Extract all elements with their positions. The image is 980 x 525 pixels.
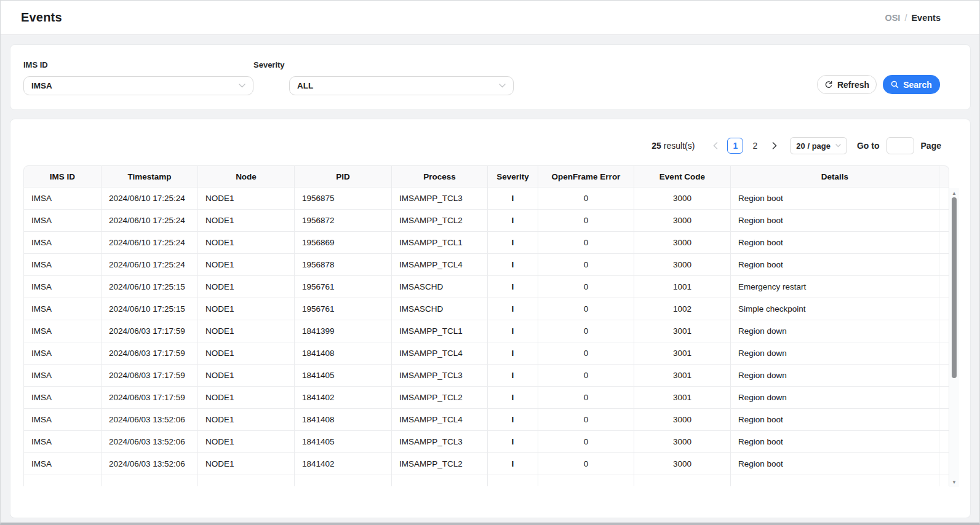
table-cell: IMSA (23, 254, 102, 276)
severity-field: Severity ALL (253, 60, 514, 95)
table-header-cell: IMS ID (23, 165, 102, 188)
table-cell: 1841405 (295, 431, 392, 453)
table-cell: IMSA (23, 232, 102, 254)
table-cell: 1841408 (295, 342, 392, 365)
table-header-cell: Severity (488, 165, 538, 188)
table-cell: 2024/06/03 17:17:59 (102, 365, 198, 387)
table-spacer-cell (939, 453, 949, 475)
table-cell: IMSAMPP_TCL3 (392, 365, 488, 387)
table-row: IMSA 2024/06/10 17:25:15 NODE1 1956761 I… (23, 298, 949, 320)
severity-select[interactable]: ALL (289, 76, 514, 95)
search-button-label: Search (903, 80, 932, 90)
events-table: IMS ID Timestamp Node PID Process Severi… (23, 165, 959, 486)
table-cell: 2024/06/03 17:17:59 (102, 320, 198, 342)
next-page-button[interactable] (767, 138, 783, 154)
table-cell: Region boot (731, 188, 939, 210)
table-cell: IMSASCHD (392, 298, 488, 320)
table-row: IMSA 2024/06/03 17:17:59 NODE1 1841405 I… (23, 365, 949, 387)
table-cell: Region down (731, 365, 939, 387)
table-header-cell: PID (295, 165, 392, 188)
table-header-cell: Node (198, 165, 295, 188)
table-spacer-cell (939, 320, 949, 342)
table-cell: 0 (538, 453, 634, 475)
table-cell: Region boot (731, 431, 939, 453)
table-cell: I (488, 320, 538, 342)
table-cell: I (488, 431, 538, 453)
table-cell (198, 475, 295, 486)
breadcrumb-separator: / (904, 13, 907, 23)
table-cell: NODE1 (198, 431, 295, 453)
table-cell: IMSA (23, 342, 102, 365)
table-row: IMSA 2024/06/03 17:17:59 NODE1 1841399 I… (23, 320, 949, 342)
pagination: 25 result(s) 1 2 20 / page Go to Page (23, 137, 970, 154)
refresh-button[interactable]: Refresh (817, 75, 877, 94)
table-cell: 0 (538, 320, 634, 342)
table-spacer-cell (939, 365, 949, 387)
table-cell: 2024/06/03 17:17:59 (102, 387, 198, 409)
table-cell: 3000 (634, 431, 731, 453)
search-button[interactable]: Search (883, 75, 940, 94)
table-cell: 1956869 (295, 232, 392, 254)
goto-label: Go to (857, 141, 880, 151)
table-row: IMSA 2024/06/03 13:52:06 NODE1 1841405 I… (23, 431, 949, 453)
table-spacer-cell (939, 188, 949, 210)
ims-id-select[interactable]: IMSA (23, 76, 253, 95)
table-cell (488, 475, 538, 486)
table-cell: IMSA (23, 453, 102, 475)
table-spacer-cell (939, 387, 949, 409)
table-scroll-viewport: IMSA 2024/06/10 17:25:24 NODE1 1956875 I… (23, 188, 949, 486)
table-cell: 3001 (634, 387, 731, 409)
table-cell (538, 475, 634, 486)
table-header-cell: OpenFrame Error (538, 165, 634, 188)
table-cell: IMSAMPP_TCL3 (392, 431, 488, 453)
page-button[interactable]: 1 (727, 138, 743, 154)
table-spacer-cell (939, 298, 949, 320)
table-cell: 1956875 (295, 188, 392, 210)
chevron-down-icon (835, 144, 841, 148)
table-cell: 0 (538, 387, 634, 409)
page-title: Events (21, 10, 62, 25)
table-cell: 3001 (634, 320, 731, 342)
table-cell: 0 (538, 342, 634, 365)
chevron-down-icon (239, 84, 245, 88)
table-header-cell: Event Code (634, 165, 731, 188)
table-cell: IMSAMPP_TCL2 (392, 453, 488, 475)
table-header-spacer-cell (939, 165, 949, 188)
table-spacer-cell (939, 431, 949, 453)
table-cell: NODE1 (198, 409, 295, 431)
table-cell: I (488, 276, 538, 298)
table-cell: IMSAMPP_TCL4 (392, 409, 488, 431)
table-cell: NODE1 (198, 320, 295, 342)
breadcrumb: OSI / Events (885, 13, 941, 23)
table-cell: I (488, 188, 538, 210)
table-cell: 0 (538, 409, 634, 431)
table-cell: 1841399 (295, 320, 392, 342)
table-body-table: IMSA 2024/06/10 17:25:24 NODE1 1956875 I… (23, 188, 949, 486)
table-cell: IMSASCHD (392, 276, 488, 298)
table-cell (102, 475, 198, 486)
table-cell: IMSA (23, 188, 102, 210)
table-cell: 0 (538, 365, 634, 387)
filter-panel: IMS ID IMSA Severity ALL Ref (10, 44, 971, 110)
scroll-up-button[interactable]: ▲ (949, 189, 959, 197)
table-cell: Region down (731, 342, 939, 365)
table-row: IMSA 2024/06/10 17:25:24 NODE1 1956875 I… (23, 188, 949, 210)
chevron-down-icon (499, 84, 506, 88)
page-size-select[interactable]: 20 / page (790, 137, 847, 154)
table-cell: IMSAMPP_TCL1 (392, 320, 488, 342)
table-cell: 3001 (634, 342, 731, 365)
table-cell: I (488, 232, 538, 254)
scroll-down-button[interactable]: ▼ (949, 478, 959, 486)
table-cell: NODE1 (198, 342, 295, 365)
page-button[interactable]: 2 (747, 138, 763, 154)
table-cell: I (488, 342, 538, 365)
prev-page-button[interactable] (707, 138, 723, 154)
breadcrumb-root-link[interactable]: OSI (885, 13, 900, 23)
scrollbar-thumb[interactable] (952, 197, 957, 378)
events-page: Events OSI / Events IMS ID IMSA Severity… (0, 0, 980, 525)
refresh-button-label: Refresh (837, 80, 869, 90)
ims-id-value: IMSA (31, 81, 52, 90)
vertical-scrollbar: ▲ ▼ (949, 188, 959, 487)
goto-page-input[interactable] (886, 137, 914, 154)
table-cell: 2024/06/03 13:52:06 (102, 453, 198, 475)
